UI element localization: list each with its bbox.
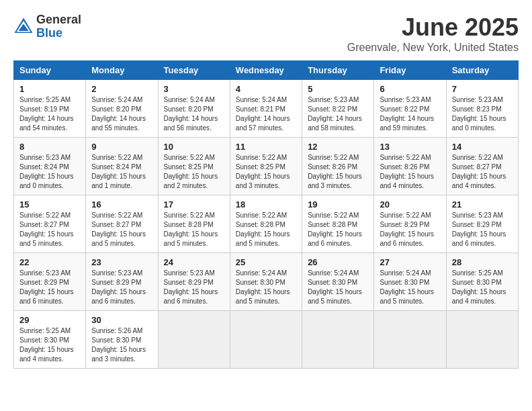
- calendar-table: SundayMondayTuesdayWednesdayThursdayFrid…: [13, 60, 519, 369]
- day-number: 23: [91, 257, 152, 267]
- day-info: Sunrise: 5:24 AM Sunset: 8:30 PM Dayligh…: [236, 269, 296, 306]
- page-header: General Blue June 2025 Greenvale, New Yo…: [13, 13, 519, 54]
- day-info: Sunrise: 5:22 AM Sunset: 8:26 PM Dayligh…: [308, 153, 368, 191]
- logo-general-text: General: [36, 13, 81, 27]
- calendar-cell: 26Sunrise: 5:24 AM Sunset: 8:30 PM Dayli…: [302, 253, 374, 311]
- day-info: Sunrise: 5:23 AM Sunset: 8:29 PM Dayligh…: [452, 211, 513, 248]
- day-info: Sunrise: 5:23 AM Sunset: 8:29 PM Dayligh…: [19, 269, 80, 306]
- day-number: 16: [91, 199, 152, 210]
- logo-blue-text: Blue: [36, 27, 81, 40]
- day-info: Sunrise: 5:22 AM Sunset: 8:28 PM Dayligh…: [308, 211, 368, 248]
- calendar-cell: 17Sunrise: 5:22 AM Sunset: 8:28 PM Dayli…: [158, 195, 230, 253]
- title-section: June 2025 Greenvale, New York, United St…: [347, 13, 519, 54]
- day-number: 22: [19, 257, 80, 267]
- calendar-cell: 9Sunrise: 5:22 AM Sunset: 8:24 PM Daylig…: [86, 138, 158, 195]
- day-info: Sunrise: 5:24 AM Sunset: 8:30 PM Dayligh…: [308, 269, 368, 306]
- calendar-cell: 16Sunrise: 5:22 AM Sunset: 8:27 PM Dayli…: [86, 195, 158, 253]
- day-number: 1: [19, 84, 80, 94]
- logo: General Blue: [13, 13, 81, 40]
- day-number: 28: [452, 257, 513, 267]
- day-number: 10: [164, 142, 224, 152]
- calendar-day-header: Wednesday: [230, 61, 302, 80]
- day-number: 17: [164, 199, 224, 210]
- month-title: June 2025: [347, 13, 519, 42]
- day-info: Sunrise: 5:25 AM Sunset: 8:30 PM Dayligh…: [19, 326, 80, 364]
- day-number: 24: [164, 257, 224, 267]
- day-number: 14: [452, 142, 513, 152]
- logo-text: General Blue: [36, 13, 81, 40]
- calendar-week-row: 15Sunrise: 5:22 AM Sunset: 8:27 PM Dayli…: [14, 195, 519, 253]
- calendar-cell: 20Sunrise: 5:22 AM Sunset: 8:29 PM Dayli…: [374, 195, 446, 253]
- calendar-cell: 8Sunrise: 5:23 AM Sunset: 8:24 PM Daylig…: [14, 138, 86, 195]
- calendar-cell: 12Sunrise: 5:22 AM Sunset: 8:26 PM Dayli…: [302, 138, 374, 195]
- day-number: 9: [91, 142, 152, 152]
- day-number: 8: [19, 142, 80, 152]
- day-number: 7: [452, 84, 513, 94]
- calendar-cell: 2Sunrise: 5:24 AM Sunset: 8:20 PM Daylig…: [86, 80, 158, 138]
- location-subtitle: Greenvale, New York, United States: [347, 42, 519, 54]
- day-number: 18: [236, 199, 296, 210]
- calendar-cell: 24Sunrise: 5:23 AM Sunset: 8:29 PM Dayli…: [158, 253, 230, 311]
- day-number: 2: [91, 84, 152, 94]
- calendar-day-header: Monday: [86, 61, 158, 80]
- calendar-cell: 23Sunrise: 5:23 AM Sunset: 8:29 PM Dayli…: [86, 253, 158, 311]
- calendar-day-header: Tuesday: [158, 61, 230, 80]
- day-number: 5: [308, 84, 368, 94]
- day-info: Sunrise: 5:24 AM Sunset: 8:30 PM Dayligh…: [380, 269, 440, 306]
- day-info: Sunrise: 5:23 AM Sunset: 8:22 PM Dayligh…: [308, 95, 368, 133]
- calendar-cell: 27Sunrise: 5:24 AM Sunset: 8:30 PM Dayli…: [374, 253, 446, 311]
- calendar-cell: 3Sunrise: 5:24 AM Sunset: 8:20 PM Daylig…: [158, 80, 230, 138]
- calendar-cell: [158, 311, 230, 369]
- day-info: Sunrise: 5:23 AM Sunset: 8:24 PM Dayligh…: [19, 153, 80, 191]
- calendar-week-row: 29Sunrise: 5:25 AM Sunset: 8:30 PM Dayli…: [14, 311, 519, 369]
- calendar-cell: 29Sunrise: 5:25 AM Sunset: 8:30 PM Dayli…: [14, 311, 86, 369]
- day-number: 19: [308, 199, 368, 210]
- calendar-header-row: SundayMondayTuesdayWednesdayThursdayFrid…: [14, 61, 519, 80]
- day-number: 12: [308, 142, 368, 152]
- calendar-cell: 19Sunrise: 5:22 AM Sunset: 8:28 PM Dayli…: [302, 195, 374, 253]
- calendar-cell: 15Sunrise: 5:22 AM Sunset: 8:27 PM Dayli…: [14, 195, 86, 253]
- day-info: Sunrise: 5:25 AM Sunset: 8:30 PM Dayligh…: [452, 269, 513, 306]
- calendar-cell: [446, 311, 518, 369]
- day-info: Sunrise: 5:22 AM Sunset: 8:28 PM Dayligh…: [236, 211, 296, 248]
- day-info: Sunrise: 5:22 AM Sunset: 8:25 PM Dayligh…: [236, 153, 296, 191]
- calendar-cell: 18Sunrise: 5:22 AM Sunset: 8:28 PM Dayli…: [230, 195, 302, 253]
- day-info: Sunrise: 5:22 AM Sunset: 8:27 PM Dayligh…: [452, 153, 513, 191]
- day-number: 4: [236, 84, 296, 94]
- calendar-cell: 4Sunrise: 5:24 AM Sunset: 8:21 PM Daylig…: [230, 80, 302, 138]
- calendar-cell: 30Sunrise: 5:26 AM Sunset: 8:30 PM Dayli…: [86, 311, 158, 369]
- calendar-cell: 7Sunrise: 5:23 AM Sunset: 8:23 PM Daylig…: [446, 80, 518, 138]
- calendar-cell: 28Sunrise: 5:25 AM Sunset: 8:30 PM Dayli…: [446, 253, 518, 311]
- calendar-cell: 1Sunrise: 5:25 AM Sunset: 8:19 PM Daylig…: [14, 80, 86, 138]
- day-info: Sunrise: 5:23 AM Sunset: 8:29 PM Dayligh…: [91, 269, 152, 306]
- calendar-day-header: Friday: [374, 61, 446, 80]
- day-number: 20: [380, 199, 440, 210]
- calendar-cell: 14Sunrise: 5:22 AM Sunset: 8:27 PM Dayli…: [446, 138, 518, 195]
- day-number: 15: [19, 199, 80, 210]
- calendar-cell: 6Sunrise: 5:23 AM Sunset: 8:22 PM Daylig…: [374, 80, 446, 138]
- day-info: Sunrise: 5:22 AM Sunset: 8:27 PM Dayligh…: [91, 211, 152, 248]
- day-number: 30: [91, 315, 152, 325]
- calendar-cell: [230, 311, 302, 369]
- day-number: 26: [308, 257, 368, 267]
- day-number: 6: [380, 84, 440, 94]
- day-number: 27: [380, 257, 440, 267]
- day-info: Sunrise: 5:23 AM Sunset: 8:23 PM Dayligh…: [452, 95, 513, 133]
- day-number: 29: [19, 315, 80, 325]
- day-info: Sunrise: 5:22 AM Sunset: 8:24 PM Dayligh…: [91, 153, 152, 191]
- calendar-day-header: Saturday: [446, 61, 518, 80]
- calendar-cell: [374, 311, 446, 369]
- day-info: Sunrise: 5:22 AM Sunset: 8:26 PM Dayligh…: [380, 153, 440, 191]
- day-info: Sunrise: 5:22 AM Sunset: 8:29 PM Dayligh…: [380, 211, 440, 248]
- calendar-week-row: 22Sunrise: 5:23 AM Sunset: 8:29 PM Dayli…: [14, 253, 519, 311]
- calendar-cell: 10Sunrise: 5:22 AM Sunset: 8:25 PM Dayli…: [158, 138, 230, 195]
- calendar-cell: 11Sunrise: 5:22 AM Sunset: 8:25 PM Dayli…: [230, 138, 302, 195]
- day-number: 11: [236, 142, 296, 152]
- calendar-cell: 5Sunrise: 5:23 AM Sunset: 8:22 PM Daylig…: [302, 80, 374, 138]
- day-info: Sunrise: 5:23 AM Sunset: 8:29 PM Dayligh…: [164, 269, 224, 306]
- day-number: 21: [452, 199, 513, 210]
- calendar-day-header: Sunday: [14, 61, 86, 80]
- calendar-cell: [302, 311, 374, 369]
- calendar-week-row: 1Sunrise: 5:25 AM Sunset: 8:19 PM Daylig…: [14, 80, 519, 138]
- day-info: Sunrise: 5:23 AM Sunset: 8:22 PM Dayligh…: [380, 95, 440, 133]
